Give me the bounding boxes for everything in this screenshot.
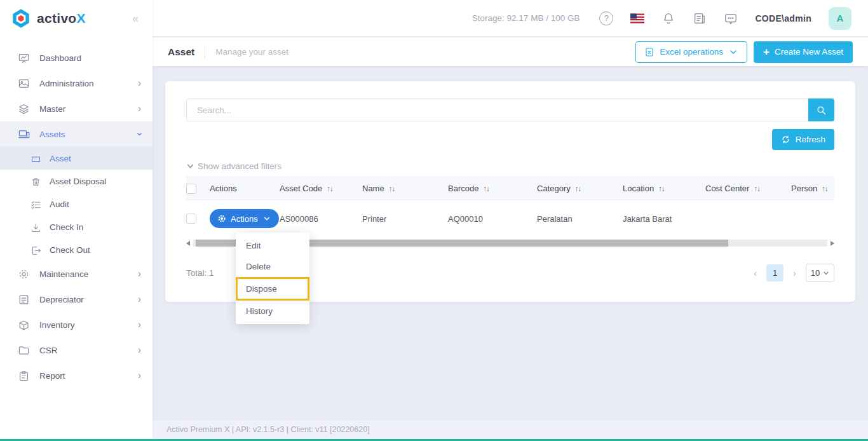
clipboard-icon bbox=[18, 370, 30, 382]
sidebar-item-assets[interactable]: Assets › bbox=[0, 121, 153, 147]
sidebar-nav: Dashboard Administration › Master › Asse… bbox=[0, 45, 153, 388]
chevron-right-icon: › bbox=[138, 345, 141, 355]
prev-page-icon[interactable]: ‹ bbox=[754, 268, 757, 278]
search-row bbox=[186, 98, 834, 121]
topbar: Storage: 92.17 MB / 100 GB ? CODE\admin … bbox=[153, 0, 868, 37]
scroll-left-arrow-icon[interactable] bbox=[186, 241, 190, 246]
logo-row: activoX « bbox=[0, 0, 153, 37]
sidebar-item-asset-disposal[interactable]: Asset Disposal bbox=[0, 170, 153, 193]
sidebar-item-label: Master bbox=[39, 104, 65, 114]
sort-icon[interactable]: ↑↓ bbox=[575, 185, 581, 193]
scroll-right-arrow-icon[interactable] bbox=[831, 241, 834, 246]
page-number[interactable]: 1 bbox=[766, 264, 783, 282]
sidebar-item-label: Depreciator bbox=[39, 295, 84, 304]
menu-item-history[interactable]: History bbox=[236, 301, 309, 322]
cell-name: Printer bbox=[362, 214, 448, 224]
check-in-icon bbox=[31, 222, 41, 233]
sidebar-collapse-icon[interactable]: « bbox=[132, 12, 142, 25]
help-icon[interactable]: ? bbox=[599, 11, 613, 25]
sort-icon[interactable]: ↑↓ bbox=[327, 185, 333, 193]
cell-location: Jakarta Barat bbox=[623, 214, 705, 224]
sort-icon[interactable]: ↑↓ bbox=[389, 185, 395, 193]
chevron-right-icon: › bbox=[138, 104, 141, 114]
sort-icon[interactable]: ↑↓ bbox=[754, 185, 760, 193]
page-title: Asset bbox=[168, 46, 194, 58]
brand-logo-text: activoX bbox=[37, 11, 86, 26]
excel-file-icon bbox=[644, 47, 654, 57]
box-icon bbox=[18, 319, 30, 331]
sort-icon[interactable]: ↑↓ bbox=[658, 185, 665, 193]
chevron-down-icon bbox=[262, 214, 271, 223]
sidebar-item-depreciator[interactable]: Depreciator › bbox=[0, 287, 153, 312]
select-all-checkbox[interactable] bbox=[186, 184, 196, 194]
header-person: Person↑↓ bbox=[791, 184, 834, 193]
row-actions-label: Actions bbox=[231, 214, 258, 224]
header-name: Name↑↓ bbox=[362, 184, 448, 193]
chevron-right-icon: › bbox=[138, 294, 141, 304]
chevron-right-icon: › bbox=[138, 320, 141, 330]
avatar[interactable]: A bbox=[829, 7, 851, 30]
sidebar-item-dashboard[interactable]: Dashboard bbox=[0, 45, 153, 71]
sort-icon[interactable]: ↑↓ bbox=[483, 185, 489, 193]
sidebar-item-report[interactable]: Report › bbox=[0, 363, 153, 388]
sidebar-item-check-out[interactable]: Check Out bbox=[0, 238, 153, 261]
sidebar-item-label: Administration bbox=[39, 79, 94, 88]
page-actions: Excel operations + Create New Asset bbox=[635, 41, 853, 63]
sidebar-item-csr[interactable]: CSR › bbox=[0, 337, 153, 363]
sidebar-item-master[interactable]: Master › bbox=[0, 96, 153, 121]
row-checkbox[interactable] bbox=[186, 214, 196, 224]
master-icon bbox=[18, 103, 30, 115]
pagination: ‹ 1 › 10 bbox=[754, 264, 834, 282]
app-root: activoX « Dashboard Administration › Mas… bbox=[0, 0, 868, 441]
sidebar-item-audit[interactable]: Audit bbox=[0, 193, 153, 215]
chevron-down-icon bbox=[728, 47, 738, 57]
footer: Activo Premium X | API: v2.1.5-r3 | Clie… bbox=[153, 419, 868, 439]
menu-item-dispose[interactable]: Dispose bbox=[236, 277, 309, 301]
actions-dropdown-menu: Edit Delete Dispose History bbox=[236, 233, 309, 324]
excel-operations-button[interactable]: Excel operations bbox=[635, 41, 747, 63]
gear-icon bbox=[217, 214, 226, 223]
chevron-right-icon: › bbox=[138, 269, 141, 279]
asset-table: Actions Asset Code↑↓ Name↑↓ Barcode↑↓ Ca… bbox=[186, 177, 834, 237]
sidebar: activoX « Dashboard Administration › Mas… bbox=[0, 0, 153, 441]
news-icon[interactable] bbox=[693, 11, 707, 25]
sidebar-item-label: Report bbox=[39, 371, 65, 381]
administration-icon bbox=[18, 78, 30, 90]
menu-item-edit[interactable]: Edit bbox=[236, 235, 309, 256]
create-new-asset-button[interactable]: + Create New Asset bbox=[754, 41, 853, 63]
cell-category: Peralatan bbox=[537, 214, 623, 224]
chat-icon[interactable] bbox=[724, 11, 738, 25]
sidebar-item-administration[interactable]: Administration › bbox=[0, 71, 153, 96]
bell-icon[interactable] bbox=[661, 11, 675, 25]
sidebar-item-asset[interactable]: Asset bbox=[0, 147, 153, 170]
refresh-icon bbox=[781, 135, 790, 144]
language-flag-icon[interactable] bbox=[630, 11, 644, 25]
sidebar-item-label: Assets bbox=[39, 130, 65, 139]
sidebar-item-maintenance[interactable]: Maintenance › bbox=[0, 261, 153, 287]
menu-item-delete[interactable]: Delete bbox=[236, 256, 309, 277]
refresh-button[interactable]: Refresh bbox=[772, 129, 834, 150]
check-out-icon bbox=[31, 245, 41, 255]
search-input[interactable] bbox=[186, 98, 808, 121]
header-category: Category↑↓ bbox=[537, 184, 623, 193]
next-page-icon[interactable]: › bbox=[793, 268, 796, 278]
chevron-down-icon bbox=[823, 270, 829, 276]
advanced-filters-toggle[interactable]: Show advanced filters bbox=[186, 161, 281, 171]
page-size-select[interactable]: 10 bbox=[806, 264, 834, 282]
sidebar-item-label: Inventory bbox=[39, 320, 75, 330]
row-actions-button[interactable]: Actions bbox=[210, 209, 279, 228]
total-count: Total: 1 bbox=[186, 268, 214, 278]
excel-operations-label: Excel operations bbox=[660, 47, 723, 57]
header-asset-code: Asset Code↑↓ bbox=[280, 184, 362, 193]
sidebar-item-inventory[interactable]: Inventory › bbox=[0, 312, 153, 337]
search-button[interactable] bbox=[808, 98, 834, 121]
chevron-down-icon bbox=[186, 162, 194, 170]
sort-icon[interactable]: ↑↓ bbox=[822, 185, 828, 193]
sidebar-item-label: CSR bbox=[39, 346, 58, 355]
chevron-right-icon: › bbox=[138, 78, 141, 88]
username[interactable]: CODE\admin bbox=[755, 13, 811, 24]
cell-asset-code: AS000086 bbox=[280, 214, 362, 224]
refresh-label: Refresh bbox=[796, 135, 825, 144]
header-actions: Actions bbox=[210, 184, 280, 193]
sidebar-item-check-in[interactable]: Check In bbox=[0, 215, 153, 238]
